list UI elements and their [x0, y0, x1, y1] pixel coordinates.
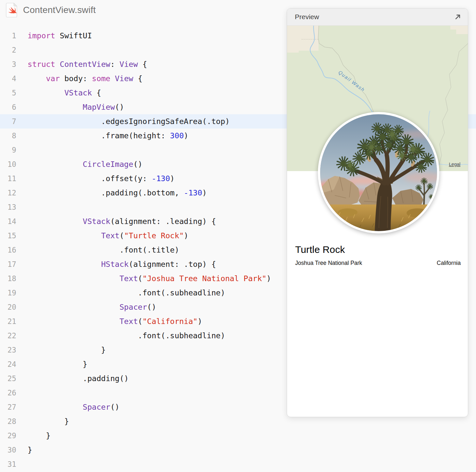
- line-number: 28: [0, 417, 16, 426]
- line-number: 14: [0, 217, 16, 226]
- line-number: 5: [0, 89, 16, 97]
- circle-image: [318, 112, 439, 233]
- code-content: CircleImage(): [16, 160, 143, 169]
- code-line[interactable]: 30}: [0, 443, 476, 457]
- line-number: 3: [0, 60, 16, 68]
- code-content: HStack(alignment: .top) {: [16, 260, 216, 269]
- code-content: }: [16, 417, 69, 426]
- code-content: Text("Turtle Rock"): [16, 231, 188, 240]
- line-number: 24: [0, 360, 16, 368]
- code-content: struct ContentView: View {: [16, 60, 147, 69]
- preview-title: Preview: [295, 13, 319, 21]
- file-title: ContentView.swift: [23, 5, 96, 15]
- line-number: 2: [0, 46, 16, 54]
- line-number: 4: [0, 74, 16, 83]
- place-card: Turtle Rock Joshua Tree National Park Ca…: [295, 244, 461, 267]
- line-number: 7: [0, 117, 16, 126]
- code-line[interactable]: 31: [0, 457, 476, 471]
- line-number: 31: [0, 460, 16, 468]
- code-line[interactable]: 29 }: [0, 429, 476, 443]
- code-content: .font(.title): [16, 245, 179, 255]
- code-content: Spacer(): [16, 403, 119, 412]
- line-number: 29: [0, 431, 16, 440]
- code-content: }: [16, 360, 87, 369]
- code-content: import SwiftUI: [16, 31, 92, 40]
- code-content: var body: some View {: [16, 74, 143, 83]
- preview-header: Preview: [287, 8, 468, 26]
- code-content: .edgesIgnoringSafeArea(.top): [16, 117, 230, 126]
- line-number: 18: [0, 274, 16, 283]
- code-content: .offset(y: -130): [16, 174, 175, 183]
- line-number: 19: [0, 289, 16, 297]
- line-number: 20: [0, 303, 16, 311]
- line-number: 16: [0, 246, 16, 254]
- line-number: 22: [0, 331, 16, 340]
- code-content: }: [16, 445, 32, 454]
- line-number: 21: [0, 317, 16, 326]
- line-number: 25: [0, 374, 16, 383]
- code-content: }: [16, 431, 51, 440]
- line-number: 11: [0, 174, 16, 183]
- swift-file-icon: [6, 3, 18, 18]
- line-number: 12: [0, 189, 16, 197]
- line-number: 13: [0, 203, 16, 211]
- code-content: .frame(height: 300): [16, 131, 188, 140]
- code-content: VStack {: [16, 88, 101, 97]
- line-number: 15: [0, 231, 16, 240]
- line-number: 6: [0, 103, 16, 111]
- legal-link[interactable]: Legal: [449, 162, 460, 167]
- code-content: .padding(): [16, 374, 129, 383]
- line-number: 1: [0, 31, 16, 40]
- code-content: .padding(.bottom, -130): [16, 188, 207, 197]
- code-content: MapView(): [16, 103, 124, 112]
- code-content: Spacer(): [16, 303, 156, 312]
- line-number: 26: [0, 389, 16, 397]
- line-number: 9: [0, 146, 16, 154]
- file-header: ContentView.swift: [6, 3, 96, 18]
- expand-preview-button[interactable]: [453, 12, 463, 22]
- preview-panel: Preview Quail Wash Legal: [287, 8, 468, 417]
- line-number: 8: [0, 131, 16, 140]
- code-content: }: [16, 345, 106, 354]
- place-title: Turtle Rock: [295, 244, 461, 255]
- code-content: VStack(alignment: .leading) {: [16, 217, 216, 226]
- line-number: 10: [0, 160, 16, 168]
- line-number: 17: [0, 260, 16, 268]
- arrow-up-right-icon: [454, 13, 462, 21]
- code-content: Text("California"): [16, 317, 202, 326]
- place-state: California: [437, 260, 461, 267]
- code-content: Text("Joshua Tree National Park"): [16, 274, 271, 283]
- code-content: .font(.subheadline): [16, 288, 225, 297]
- line-number: 27: [0, 403, 16, 411]
- code-content: .font(.subheadline): [16, 331, 225, 340]
- line-number: 30: [0, 446, 16, 454]
- line-number: 23: [0, 346, 16, 354]
- place-park: Joshua Tree National Park: [295, 260, 362, 267]
